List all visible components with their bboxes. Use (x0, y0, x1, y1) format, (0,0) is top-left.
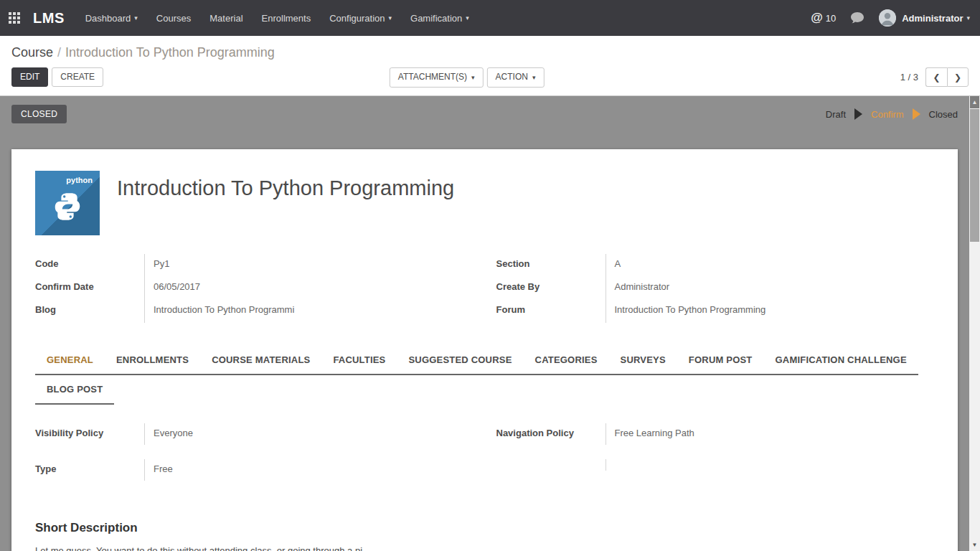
tab-row-2: BLOG POST (35, 375, 114, 405)
form-sheet: python Introduction To Python Programmin… (11, 149, 958, 551)
course-image: python (35, 171, 100, 235)
vertical-scrollbar[interactable]: ▲ ▼ (969, 96, 980, 551)
chevron-down-icon: ▾ (532, 74, 536, 81)
tab-forum-post[interactable]: FORUM POST (677, 346, 764, 374)
tab-gamification-challenge[interactable]: GAMIFICATION CHALLENGE (764, 346, 918, 374)
content-area: CLOSED Draft Confirm Closed python (0, 96, 980, 551)
status-pipeline: Draft Confirm Closed (826, 108, 958, 120)
field-blog: Blog Introduction To Python Programmi (35, 300, 485, 323)
control-panel: Course/Introduction To Python Programmin… (0, 36, 980, 96)
user-name: Administrator (902, 13, 963, 24)
breadcrumb: Course/Introduction To Python Programmin… (11, 45, 969, 60)
field-type: Type Free (35, 459, 485, 481)
field-section: Section A (496, 254, 935, 277)
status-closed[interactable]: Closed (929, 109, 958, 120)
tab-suggested-course[interactable]: SUGGESTED COURSE (397, 346, 523, 374)
control-panel-buttons: EDIT CREATE ATTACHMENT(S)▾ ACTION▾ 1 / 3… (11, 67, 969, 87)
menu-material[interactable]: Material (200, 0, 252, 36)
menu-dashboard[interactable]: Dashboard▾ (76, 0, 147, 36)
field-visibility-policy: Visibility Policy Everyone (35, 423, 485, 445)
tab-row-1: GENERAL ENROLLMENTS COURSE MATERIALS FAC… (35, 346, 918, 375)
scrollbar-thumb[interactable] (970, 109, 979, 242)
main-menu: Dashboard▾ Courses Material Enrollments … (76, 0, 479, 36)
statusbar: CLOSED Draft Confirm Closed (0, 96, 969, 132)
edit-button[interactable]: EDIT (11, 67, 48, 87)
pager-next-button[interactable]: ❯ (947, 67, 969, 87)
python-logo-icon (51, 190, 84, 223)
form-view: CLOSED Draft Confirm Closed python (0, 96, 969, 551)
apps-grid-icon[interactable] (9, 12, 20, 24)
tab-categories[interactable]: CATEGORIES (524, 346, 609, 374)
topbar-right: @ 10 Administrator ▾ (811, 9, 980, 27)
user-menu[interactable]: Administrator ▾ (879, 9, 970, 27)
chevron-down-icon: ▾ (466, 14, 469, 22)
create-button[interactable]: CREATE (52, 67, 103, 87)
tab-faculties[interactable]: FACULTIES (321, 346, 397, 374)
field-empty (496, 459, 935, 471)
status-confirm[interactable]: Confirm (871, 109, 904, 120)
pager-value: 1 / 3 (900, 72, 918, 83)
chevron-down-icon: ▾ (471, 74, 475, 81)
field-create-by: Create By Administrator (496, 277, 935, 300)
sheet-header: python Introduction To Python Programmin… (35, 171, 934, 235)
menu-enrollments[interactable]: Enrollments (253, 0, 321, 36)
menu-courses[interactable]: Courses (147, 0, 200, 36)
tab-enrollments[interactable]: ENROLLMENTS (105, 346, 200, 374)
fields-right-column: Section A Create By Administrator Forum … (485, 254, 935, 323)
field-confirm-date: Confirm Date 06/05/2017 (35, 277, 485, 300)
scroll-up-icon[interactable]: ▲ (970, 96, 979, 108)
state-badge: CLOSED (11, 105, 67, 123)
general-tab-fields: Visibility Policy Everyone Type Free Nav… (35, 423, 934, 495)
lms-app-window: LMS Dashboard▾ Courses Material Enrollme… (0, 0, 980, 551)
menu-gamification[interactable]: Gamification▾ (401, 0, 479, 36)
scroll-down-icon[interactable]: ▼ (970, 540, 979, 550)
menu-configuration[interactable]: Configuration▾ (320, 0, 401, 36)
sidebar-buttons: ATTACHMENT(S)▾ ACTION▾ (390, 67, 545, 88)
course-fields: Code Py1 Confirm Date 06/05/2017 Blog In… (35, 254, 934, 323)
action-button[interactable]: ACTION▾ (487, 67, 545, 88)
arrow-right-icon (854, 108, 862, 120)
python-logo-label: python (66, 176, 93, 184)
fields-left-column: Code Py1 Confirm Date 06/05/2017 Blog In… (35, 254, 485, 323)
page-title: Introduction To Python Programming (117, 176, 454, 235)
tab-course-materials[interactable]: COURSE MATERIALS (200, 346, 321, 374)
tab-surveys[interactable]: SURVEYS (609, 346, 677, 374)
app-brand[interactable]: LMS (33, 10, 65, 27)
general-fields-left: Visibility Policy Everyone Type Free (35, 423, 485, 495)
breadcrumb-course[interactable]: Course (11, 45, 53, 60)
tab-general[interactable]: GENERAL (35, 346, 105, 374)
breadcrumb-current: Introduction To Python Programming (65, 45, 275, 60)
pager-previous-button[interactable]: ❮ (925, 67, 947, 87)
chat-bubble-icon[interactable] (850, 11, 864, 24)
chevron-down-icon: ▾ (134, 14, 138, 22)
field-forum: Forum Introduction To Python Programming (496, 300, 935, 323)
top-navbar: LMS Dashboard▾ Courses Material Enrollme… (0, 0, 980, 36)
avatar (879, 9, 896, 27)
notebook-tabs: GENERAL ENROLLMENTS COURSE MATERIALS FAC… (35, 346, 934, 405)
tab-blog-post[interactable]: BLOG POST (35, 375, 114, 403)
field-navigation-policy: Navigation Policy Free Learning Path (496, 423, 935, 445)
pager: 1 / 3 ❮ ❯ (900, 67, 969, 87)
arrow-right-icon (913, 108, 920, 120)
messaging-menu[interactable]: @ 10 (811, 11, 836, 25)
status-draft[interactable]: Draft (826, 109, 846, 120)
attachments-button[interactable]: ATTACHMENT(S)▾ (390, 67, 484, 88)
short-description-text: Let me guess. You want to do this withou… (35, 545, 934, 551)
breadcrumb-separator: / (57, 45, 61, 60)
chevron-down-icon: ▾ (966, 14, 970, 22)
short-description-heading: Short Description (35, 521, 934, 535)
chevron-down-icon: ▾ (389, 14, 392, 22)
at-icon: @ (811, 11, 823, 25)
field-code: Code Py1 (35, 254, 485, 277)
general-fields-right: Navigation Policy Free Learning Path (485, 423, 935, 495)
message-count: 10 (826, 13, 836, 24)
